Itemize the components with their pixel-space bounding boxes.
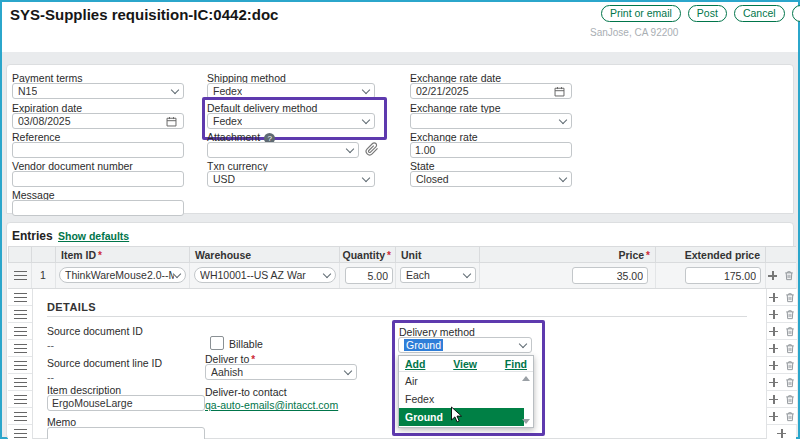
row1-actions-cell <box>766 263 796 289</box>
exchange-rate-input[interactable] <box>410 142 572 158</box>
delete-row-icon[interactable] <box>784 342 796 355</box>
add-row-icon[interactable] <box>776 428 787 439</box>
post-button[interactable]: Post <box>688 5 727 22</box>
deliver-to-contact-label: Deliver-to contact <box>205 386 287 398</box>
add-row-icon[interactable] <box>768 292 779 303</box>
price-header: Price <box>618 249 644 261</box>
txn-currency-select[interactable]: USD <box>207 171 375 187</box>
header-subband <box>2 26 798 52</box>
memo-input[interactable] <box>47 427 205 439</box>
add-row-icon[interactable] <box>768 377 779 388</box>
row1-extended-price-input[interactable] <box>685 267 761 284</box>
delete-row-icon[interactable] <box>784 376 796 389</box>
more-actions-button[interactable]: More action <box>792 5 800 22</box>
exchange-rate-type-select[interactable] <box>410 113 572 129</box>
scroll-up-icon[interactable] <box>522 376 530 381</box>
calendar-icon[interactable] <box>165 115 178 128</box>
row1-quantity-input[interactable] <box>345 267 393 284</box>
add-row-icon[interactable] <box>768 411 779 422</box>
dropdown-find-link[interactable]: Find <box>505 358 527 370</box>
add-row-icon[interactable] <box>767 270 778 281</box>
row-drag-handle[interactable] <box>8 306 32 323</box>
paperclip-icon[interactable] <box>365 142 379 156</box>
drag-handle-icon <box>14 344 27 353</box>
chevron-down-icon <box>173 269 181 277</box>
quantity-header: Quantity <box>343 249 386 261</box>
page-title: SYS-Supplies requisition-IC:0442:doc <box>10 6 278 23</box>
show-defaults-link[interactable]: Show defaults <box>58 230 129 242</box>
delete-row-icon[interactable] <box>784 393 796 406</box>
row1-unit-select[interactable]: Each <box>400 267 476 283</box>
item-description-input[interactable] <box>47 395 205 411</box>
row-drag-handle[interactable] <box>8 340 32 357</box>
vendor-document-number-input[interactable] <box>12 171 184 187</box>
payment-terms-select[interactable]: N15 <box>12 83 184 99</box>
row1-item-id-select[interactable]: ThinkWareMouse2.0--M <box>59 267 186 283</box>
row1-drag-cell[interactable] <box>8 263 32 289</box>
row-drag-handle[interactable] <box>8 391 32 408</box>
expiration-date-field[interactable]: 03/08/2025 <box>12 113 184 129</box>
delete-row-icon[interactable] <box>784 410 796 423</box>
add-row-icon[interactable] <box>768 360 779 371</box>
entries-title: Entries <box>12 229 53 243</box>
row-drag-handle[interactable] <box>8 425 32 439</box>
dropdown-view-link[interactable]: View <box>453 358 477 370</box>
row-drag-handle[interactable] <box>8 408 32 425</box>
attachment-select[interactable] <box>207 142 359 158</box>
row1-bottom-divider <box>8 288 796 289</box>
drag-handle-icon <box>14 429 27 438</box>
chevron-down-icon <box>362 115 370 123</box>
row-drag-handle[interactable] <box>8 289 32 306</box>
default-delivery-method-select[interactable]: Fedex <box>207 113 375 129</box>
add-row-icon[interactable] <box>768 309 779 320</box>
drag-handle-icon <box>14 327 27 336</box>
exchange-rate-date-field[interactable]: 02/21/2025 <box>410 83 572 99</box>
delivery-method-combobox[interactable]: Ground <box>398 337 532 353</box>
header-cell-extended-price: Extended price <box>656 246 766 263</box>
required-marker: * <box>98 250 102 261</box>
delete-row-icon[interactable] <box>784 359 796 372</box>
delete-row-icon[interactable] <box>784 291 796 304</box>
row1-price-cell <box>480 263 656 289</box>
add-row-icon[interactable] <box>768 394 779 405</box>
row1-num-cell: 1 <box>32 263 56 289</box>
chevron-down-icon <box>463 269 471 277</box>
drag-handle-icon <box>14 310 27 319</box>
message-input[interactable] <box>12 200 184 216</box>
reference-input[interactable] <box>12 142 184 158</box>
deliver-to-contact-link[interactable]: qa-auto-emails@intacct.com <box>205 399 338 411</box>
payment-terms-value: N15 <box>18 85 37 97</box>
chevron-down-icon <box>519 339 527 347</box>
option-air[interactable]: Air <box>399 372 524 390</box>
deliver-to-select[interactable]: Aahish <box>205 364 357 380</box>
add-row-icon[interactable] <box>768 343 779 354</box>
add-row-icon[interactable] <box>768 326 779 337</box>
drag-handle-icon <box>14 361 27 370</box>
action-button-row: Print or email Post Cancel More action <box>601 5 800 22</box>
row-actions <box>767 340 797 357</box>
row1-price-input[interactable] <box>572 267 648 284</box>
mouse-cursor-icon <box>450 406 463 423</box>
calendar-icon[interactable] <box>553 85 566 98</box>
cancel-button[interactable]: Cancel <box>734 5 785 22</box>
chevron-down-icon <box>346 144 354 152</box>
drag-handle-column <box>8 289 33 439</box>
header-cell-actions <box>766 246 796 263</box>
required-marker: * <box>387 250 391 261</box>
delete-row-icon[interactable] <box>784 308 796 321</box>
state-select[interactable]: Closed <box>410 171 572 187</box>
source-document-line-id-value: -- <box>47 371 54 383</box>
drag-handle-icon <box>14 395 27 404</box>
print-or-email-button[interactable]: Print or email <box>601 5 681 22</box>
row-drag-handle[interactable] <box>8 323 32 340</box>
row-drag-handle[interactable] <box>8 357 32 374</box>
delete-row-icon[interactable] <box>783 269 795 282</box>
delete-row-icon[interactable] <box>784 325 796 338</box>
billable-checkbox[interactable] <box>210 336 224 350</box>
row-drag-handle[interactable] <box>8 374 32 391</box>
row-actions <box>767 408 797 425</box>
row-actions <box>767 289 797 306</box>
dropdown-add-link[interactable]: Add <box>405 358 425 370</box>
row1-warehouse-select[interactable]: WH10001--US AZ War <box>194 267 336 283</box>
scroll-down-icon[interactable] <box>522 419 530 424</box>
